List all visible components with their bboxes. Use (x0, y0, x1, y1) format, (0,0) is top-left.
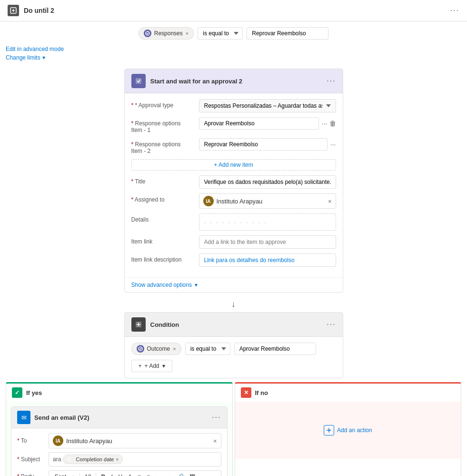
response-item1-more-btn[interactable]: ··· (322, 120, 328, 127)
title-control (199, 175, 336, 189)
item-link-desc-row: Item link description (131, 253, 336, 267)
increase-indent-btn[interactable]: ⇒ (164, 473, 173, 476)
email-subject-label: * Subject (17, 456, 44, 463)
email-to-row: * To IA Instituto Arapyau × (17, 433, 221, 448)
subject-tag-close[interactable]: × (116, 457, 119, 462)
do-until-operator-select[interactable]: is equal to (198, 27, 243, 40)
approval-type-label: * * Approval type (131, 99, 193, 109)
outcome-pill-close[interactable]: × (173, 346, 176, 352)
response-item2-more-btn[interactable]: ··· (330, 141, 336, 148)
add-action-no-btn[interactable]: Add an action (320, 421, 376, 439)
numbered-list-btn[interactable]: ≡ (145, 473, 152, 476)
email-more-button[interactable]: ··· (212, 413, 221, 422)
email-to-avatar: IA (53, 435, 63, 446)
response-item1-delete-btn[interactable]: 🗑 (329, 120, 336, 127)
approval-card: Start and wait for an approval 2 ··· * *… (124, 69, 343, 293)
subject-text: ara (53, 456, 61, 463)
edit-advanced-link[interactable]: Edit in advanced mode (6, 46, 64, 52)
approval-card-header: Start and wait for an approval 2 ··· (125, 69, 343, 93)
font-size-input[interactable]: 12 (83, 473, 93, 476)
underline-btn[interactable]: U (116, 473, 124, 476)
details-row: Details - - - - - - - - - - - (131, 213, 336, 231)
add-action-no-icon (324, 425, 334, 435)
item-link-control (199, 235, 336, 249)
title-row: * Title (131, 175, 336, 189)
image-btn[interactable]: 🖼 (188, 473, 197, 476)
if-no-label: If no (255, 389, 268, 396)
if-no-branch: ✕ If no Add an action (235, 382, 462, 476)
svg-point-5 (68, 457, 70, 460)
response-item1-input[interactable] (199, 117, 319, 130)
if-no-icon: ✕ (241, 387, 251, 398)
approval-type-row: * * Approval type Respostas Personalizad… (131, 99, 336, 112)
highlight-btn[interactable]: A (126, 473, 134, 476)
condition-operator-select[interactable]: is equal to (185, 343, 230, 355)
condition-value-input[interactable] (234, 343, 316, 355)
editor-toolbar: Font ▾ 12 B I U A (49, 471, 221, 476)
email-body-control: Font ▾ 12 B I U A (49, 470, 221, 476)
italic-btn[interactable]: I (109, 473, 114, 476)
item-link-input[interactable] (199, 235, 336, 249)
outcome-pill[interactable]: Outcome × (131, 343, 181, 355)
details-dashed-area[interactable]: - - - - - - - - - - - (199, 213, 336, 231)
link-btn[interactable]: 🔗 (175, 473, 186, 476)
email-to-close[interactable]: × (213, 437, 217, 445)
font-dropdown-icon[interactable]: ▾ (70, 473, 77, 476)
email-body-label: * Body (17, 470, 44, 476)
assigned-to-label: * Assigned to (131, 193, 193, 203)
responses-pill-close[interactable]: × (186, 30, 189, 36)
email-subject-field[interactable]: ara Completion date × (49, 452, 221, 466)
toolbar-sep-1 (79, 473, 80, 476)
change-limits-link[interactable]: Change limits ▾ (6, 54, 461, 61)
branches-row: ✓ If yes ✉ Send an email (V2) ··· (6, 382, 461, 476)
condition-more-button[interactable]: ··· (327, 320, 336, 329)
bullet-list-btn[interactable]: ≡ (136, 473, 143, 476)
email-to-field[interactable]: IA Instituto Arapyau × (49, 433, 221, 448)
response-item2-row: * Response optionsItem - 2 ··· (131, 138, 336, 154)
outcome-pill-label: Outcome (147, 345, 170, 352)
details-control: - - - - - - - - - - - (199, 213, 336, 231)
condition-card: Condition ··· Outcome × is equal to + (124, 312, 343, 378)
approval-header-left: Start and wait for an approval 2 (131, 74, 243, 88)
approval-form-body: * * Approval type Respostas Personalizad… (125, 93, 343, 277)
approval-type-select[interactable]: Respostas Personalizadas – Aguardar toda… (199, 99, 336, 112)
if-yes-branch: ✓ If yes ✉ Send an email (V2) ··· (6, 382, 233, 476)
decrease-indent-btn[interactable]: ⇐ (154, 473, 162, 476)
response-item1-label: * Response optionsItem - 1 (131, 117, 193, 133)
approval-card-icon (131, 74, 146, 88)
show-advanced-approval[interactable]: Show advanced options ▾ (125, 277, 343, 292)
canvas: Responses × is equal to Edit in advanced… (0, 21, 467, 476)
do-until-value-input[interactable] (247, 27, 328, 40)
body-editor: Font ▾ 12 B I U A (49, 470, 221, 476)
assigned-to-control: IA Instituto Arapyau × (199, 193, 336, 209)
top-bar-more-button[interactable]: ··· (450, 6, 459, 15)
add-condition-btn[interactable]: + + Add ▾ (131, 360, 172, 372)
svg-rect-2 (136, 78, 141, 84)
outcome-pill-icon (137, 345, 144, 353)
approval-more-button[interactable]: ··· (327, 77, 336, 85)
bold-btn[interactable]: B (99, 473, 107, 476)
font-selector[interactable]: Font (53, 473, 68, 476)
responses-pill[interactable]: Responses × (139, 27, 194, 40)
add-condition-plus: + (139, 363, 142, 369)
show-advanced-chevron: ▾ (195, 282, 198, 288)
response-option2-row: ··· (199, 138, 336, 151)
response-item2-label: * Response optionsItem - 2 (131, 138, 193, 154)
title-label: * Title (131, 175, 193, 185)
condition-body: Outcome × is equal to + + Add ▾ (125, 337, 343, 378)
response-item2-input[interactable] (199, 138, 328, 151)
title-input[interactable] (199, 175, 336, 189)
assigned-to-field[interactable]: IA Instituto Arapyau × (199, 193, 336, 209)
item-link-desc-input[interactable] (199, 253, 336, 267)
if-yes-label: If yes (26, 389, 42, 396)
if-yes-header: ✓ If yes (6, 384, 232, 402)
approval-type-control: Respostas Personalizadas – Aguardar toda… (199, 99, 336, 112)
add-action-no-label: Add an action (337, 427, 372, 434)
add-condition-chevron: ▾ (162, 363, 165, 369)
assigned-close[interactable]: × (328, 198, 332, 205)
response-option1-row: ··· 🗑 (199, 117, 336, 130)
email-subject-row: * Subject ara Completion date × (17, 452, 221, 466)
add-new-item-btn[interactable]: + Add new item (131, 159, 336, 171)
response-item2-control: ··· (199, 138, 336, 151)
chevron-down-icon: ▾ (42, 54, 45, 61)
